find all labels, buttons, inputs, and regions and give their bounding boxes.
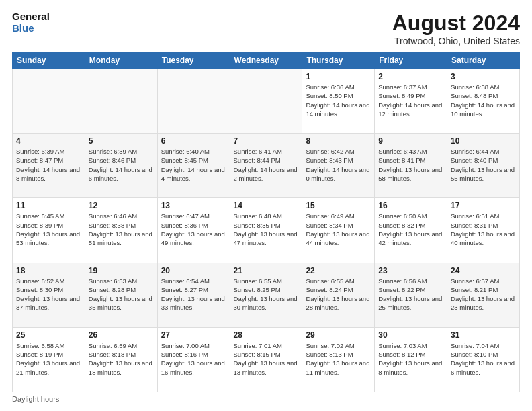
day-cell-3-3: 13Sunrise: 6:47 AMSunset: 8:36 PMDayligh… [157,198,230,263]
week-row-4: 18Sunrise: 6:52 AMSunset: 8:30 PMDayligh… [13,263,520,327]
day-info: Sunrise: 6:58 AMSunset: 8:19 PMDaylight:… [16,341,81,377]
title-block: August 2024 Trotwood, Ohio, United State… [392,11,520,46]
day-number: 24 [451,266,516,275]
day-info: Sunrise: 7:02 AMSunset: 8:13 PMDaylight:… [306,341,371,377]
day-cell-2-1: 4Sunrise: 6:39 AMSunset: 8:47 PMDaylight… [13,134,85,198]
day-cell-3-1: 11Sunrise: 6:45 AMSunset: 8:39 PMDayligh… [13,198,85,263]
day-number: 3 [451,72,516,81]
day-info: Sunrise: 6:55 AMSunset: 8:25 PMDaylight:… [234,277,299,312]
day-number: 21 [234,266,299,275]
day-number: 14 [234,201,299,210]
day-cell-1-5: 1Sunrise: 6:36 AMSunset: 8:50 PMDaylight… [302,69,375,134]
day-info: Sunrise: 6:43 AMSunset: 8:41 PMDaylight:… [378,147,443,183]
col-thursday: Thursday [302,52,375,69]
day-number: 23 [378,266,443,275]
day-number: 17 [451,201,516,210]
day-cell-5-5: 29Sunrise: 7:02 AMSunset: 8:13 PMDayligh… [302,327,375,392]
day-cell-5-1: 25Sunrise: 6:58 AMSunset: 8:19 PMDayligh… [13,327,85,392]
day-number: 25 [16,330,81,340]
month-title: August 2024 [392,11,520,36]
day-cell-4-5: 22Sunrise: 6:55 AMSunset: 8:24 PMDayligh… [302,263,375,327]
day-cell-5-3: 27Sunrise: 7:00 AMSunset: 8:16 PMDayligh… [157,327,230,392]
col-wednesday: Wednesday [230,52,302,69]
day-cell-1-1 [13,69,85,134]
week-row-1: 1Sunrise: 6:36 AMSunset: 8:50 PMDaylight… [13,69,520,134]
day-info: Sunrise: 6:42 AMSunset: 8:43 PMDaylight:… [306,147,371,183]
col-friday: Friday [375,52,447,69]
day-info: Sunrise: 6:37 AMSunset: 8:49 PMDaylight:… [378,83,443,118]
col-sunday: Sunday [13,52,85,69]
day-info: Sunrise: 7:01 AMSunset: 8:15 PMDaylight:… [234,341,299,377]
day-cell-3-7: 17Sunrise: 6:51 AMSunset: 8:31 PMDayligh… [447,198,520,263]
week-row-5: 25Sunrise: 6:58 AMSunset: 8:19 PMDayligh… [13,327,520,392]
day-info: Sunrise: 6:39 AMSunset: 8:47 PMDaylight:… [16,147,81,183]
day-cell-5-2: 26Sunrise: 6:59 AMSunset: 8:18 PMDayligh… [85,327,157,392]
day-info: Sunrise: 6:53 AMSunset: 8:28 PMDaylight:… [89,277,154,312]
day-info: Sunrise: 6:46 AMSunset: 8:38 PMDaylight:… [89,212,154,247]
day-number: 9 [378,136,443,146]
day-info: Sunrise: 6:57 AMSunset: 8:21 PMDaylight:… [451,277,516,312]
location: Trotwood, Ohio, United States [392,36,520,46]
day-cell-5-4: 28Sunrise: 7:01 AMSunset: 8:15 PMDayligh… [230,327,302,392]
day-number: 7 [234,136,299,146]
day-number: 10 [451,136,516,146]
day-cell-4-6: 23Sunrise: 6:56 AMSunset: 8:22 PMDayligh… [375,263,447,327]
day-info: Sunrise: 6:47 AMSunset: 8:36 PMDaylight:… [161,212,226,247]
logo-text-general: General [12,11,50,22]
day-cell-2-3: 6Sunrise: 6:40 AMSunset: 8:45 PMDaylight… [157,134,230,198]
day-number: 11 [16,201,81,210]
day-number: 18 [16,266,81,275]
day-cell-1-2 [85,69,157,134]
day-info: Sunrise: 7:03 AMSunset: 8:12 PMDaylight:… [378,341,443,377]
day-cell-4-7: 24Sunrise: 6:57 AMSunset: 8:21 PMDayligh… [447,263,520,327]
day-cell-2-5: 8Sunrise: 6:42 AMSunset: 8:43 PMDaylight… [302,134,375,198]
calendar-header-row: Sunday Monday Tuesday Wednesday Thursday… [13,52,520,69]
day-number: 26 [89,330,154,340]
day-number: 4 [16,136,81,146]
day-cell-2-7: 10Sunrise: 6:44 AMSunset: 8:40 PMDayligh… [447,134,520,198]
day-number: 6 [161,136,226,146]
header: General Blue General Blue August 2024 Tr… [12,11,520,46]
day-info: Sunrise: 6:54 AMSunset: 8:27 PMDaylight:… [161,277,226,312]
logo-text-blue: Blue [12,22,50,34]
day-number: 28 [234,330,299,340]
day-cell-2-2: 5Sunrise: 6:39 AMSunset: 8:46 PMDaylight… [85,134,157,198]
day-cell-1-4 [230,69,302,134]
day-cell-3-5: 15Sunrise: 6:49 AMSunset: 8:34 PMDayligh… [302,198,375,263]
day-cell-4-2: 19Sunrise: 6:53 AMSunset: 8:28 PMDayligh… [85,263,157,327]
day-number: 29 [306,330,371,340]
day-number: 30 [378,330,443,340]
day-info: Sunrise: 6:59 AMSunset: 8:18 PMDaylight:… [89,341,154,377]
day-info: Sunrise: 7:00 AMSunset: 8:16 PMDaylight:… [161,341,226,377]
day-cell-4-3: 20Sunrise: 6:54 AMSunset: 8:27 PMDayligh… [157,263,230,327]
day-info: Sunrise: 6:40 AMSunset: 8:45 PMDaylight:… [161,147,226,183]
page: General Blue General Blue August 2024 Tr… [0,0,532,411]
day-number: 2 [378,72,443,81]
day-info: Sunrise: 6:38 AMSunset: 8:48 PMDaylight:… [451,83,516,118]
col-saturday: Saturday [447,52,520,69]
day-info: Sunrise: 6:50 AMSunset: 8:32 PMDaylight:… [378,212,443,247]
day-number: 12 [89,201,154,210]
day-info: Sunrise: 6:48 AMSunset: 8:35 PMDaylight:… [234,212,299,247]
day-info: Sunrise: 6:51 AMSunset: 8:31 PMDaylight:… [451,212,516,247]
day-cell-1-6: 2Sunrise: 6:37 AMSunset: 8:49 PMDaylight… [375,69,447,134]
day-info: Sunrise: 6:49 AMSunset: 8:34 PMDaylight:… [306,212,371,247]
day-number: 27 [161,330,226,340]
day-info: Sunrise: 6:52 AMSunset: 8:30 PMDaylight:… [16,277,81,312]
day-info: Sunrise: 6:45 AMSunset: 8:39 PMDaylight:… [16,212,81,247]
week-row-3: 11Sunrise: 6:45 AMSunset: 8:39 PMDayligh… [13,198,520,263]
day-info: Sunrise: 6:55 AMSunset: 8:24 PMDaylight:… [306,277,371,312]
day-info: Sunrise: 6:56 AMSunset: 8:22 PMDaylight:… [378,277,443,312]
day-cell-4-1: 18Sunrise: 6:52 AMSunset: 8:30 PMDayligh… [13,263,85,327]
day-cell-3-6: 16Sunrise: 6:50 AMSunset: 8:32 PMDayligh… [375,198,447,263]
logo: General Blue General Blue [12,11,50,34]
day-number: 1 [306,72,371,81]
day-info: Sunrise: 6:39 AMSunset: 8:46 PMDaylight:… [89,147,154,183]
day-cell-4-4: 21Sunrise: 6:55 AMSunset: 8:25 PMDayligh… [230,263,302,327]
day-cell-3-4: 14Sunrise: 6:48 AMSunset: 8:35 PMDayligh… [230,198,302,263]
col-monday: Monday [85,52,157,69]
day-cell-2-6: 9Sunrise: 6:43 AMSunset: 8:41 PMDaylight… [375,134,447,198]
day-number: 5 [89,136,154,146]
day-number: 15 [306,201,371,210]
day-info: Sunrise: 6:36 AMSunset: 8:50 PMDaylight:… [306,83,371,118]
